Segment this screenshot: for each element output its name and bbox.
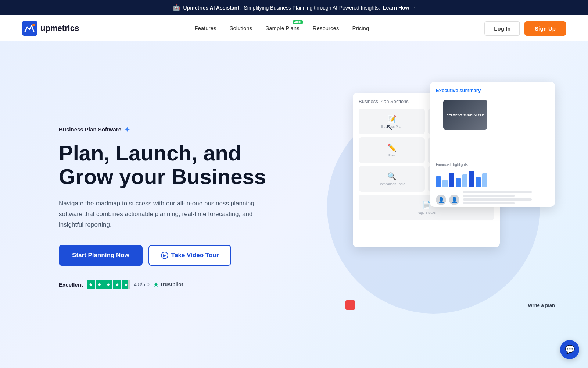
trustpilot-row: Excellent ★ ★ ★ ★ ★ 4.8/5.0 ★ Trustpilot [59,280,287,289]
text-lines-right [463,191,549,206]
grid-label-5: Comparison Table [379,182,405,186]
chat-icon: 💬 [565,345,575,354]
exec-summary-title: Executive summary [436,88,549,96]
grid-label-7: Page Breaks [417,211,436,215]
star-1: ★ [87,280,95,289]
nav-pricing[interactable]: Pricing [352,25,369,32]
logo-text: upmetrics [40,24,79,33]
signup-button[interactable]: Sign Up [524,21,566,36]
exec-summary-card: Executive summary REFRESH YOUR STYLE Fin… [430,82,555,207]
trust-score: 4.8/5.0 [134,282,150,287]
grid-item-5: 🔍 Comparison Table [359,166,425,192]
video-tour-button[interactable]: ▶ Take Video Tour [148,245,231,266]
right-line-3 [463,198,532,201]
bar-4 [456,178,461,187]
grid-icon-5: 🔍 [387,172,397,181]
write-plan-label: Write a plan [528,302,555,308]
hero-badge-text: Business Plan Software [59,126,121,132]
navbar-actions: Log In Sign Up [484,21,566,36]
bar-6 [469,171,474,187]
svg-point-1 [32,24,35,26]
trustpilot-logo: ★ Trustpilot [153,281,183,288]
learn-how-link[interactable]: Learn How → [383,5,416,11]
top-banner: 🤖 Upmetrics AI Assistant: Simplifying Bu… [0,0,588,15]
avatar-2: 👤 [449,195,459,205]
chat-bubble-button[interactable]: 💬 [560,340,579,359]
hero-buttons: Start Planning Now ▶ Take Video Tour [59,245,287,266]
grid-icon-3: ✏️ [387,143,397,152]
nav-sample-plans[interactable]: Sample Plans 400+ [265,25,300,32]
hero-illustration: Business Plan Sections 📝 Business Plan 📊… [301,74,566,339]
nav-features[interactable]: Features [194,25,216,32]
red-square-icon [345,300,355,310]
video-tour-label: Take Video Tour [171,252,219,259]
hero-badge: Business Plan Software ✦ [59,125,287,134]
logo-icon [22,21,37,36]
bar-2 [442,180,448,187]
navbar: upmetrics Features Solutions Sample Plan… [0,15,588,41]
bar-7 [476,177,481,187]
nav-resources[interactable]: Resources [313,25,339,32]
nav-solutions[interactable]: Solutions [229,25,252,32]
sample-plans-badge: 400+ [293,20,303,24]
bar-5 [462,174,467,187]
login-button[interactable]: Log In [484,21,520,36]
write-plan-bar: Write a plan [345,300,555,310]
right-line-2 [463,195,514,197]
bar-1 [436,176,441,187]
trustpilot-label: Trustpilot [160,282,183,287]
bar-chart [436,169,549,187]
cursor-icon: ↖ [386,122,393,132]
star-4: ★ [113,280,121,289]
sparkle-icon: ✦ [124,125,130,134]
avatars: 👤 👤 [436,195,459,205]
logo[interactable]: upmetrics [22,21,79,36]
hero-section: Business Plan Software ✦ Plan, Launch, a… [0,41,588,368]
bar-8 [482,173,487,187]
hero-content: Business Plan Software ✦ Plan, Launch, a… [59,125,287,289]
exec-image: REFRESH YOUR STYLE [443,100,487,130]
star-5: ★ [122,280,130,289]
hero-title: Plan, Launch, and Grow your Business [59,141,287,188]
grid-label-3: Plan [388,153,395,157]
bot-icon: 🤖 [172,4,180,12]
nav-menu: Features Solutions Sample Plans 400+ Res… [194,25,369,32]
start-planning-button[interactable]: Start Planning Now [59,245,143,266]
trust-excellent: Excellent [59,282,83,288]
grid-icon-7: 📄 [422,201,431,209]
star-3: ★ [104,280,112,289]
financial-section: Financial Highlights [436,163,549,187]
banner-message: Simplifying Business Planning through AI… [244,5,380,11]
financial-title: Financial Highlights [436,163,549,167]
banner-brand: Upmetrics AI Assistant: [183,5,241,11]
grid-item-3: ✏️ Plan [359,137,425,163]
star-2: ★ [96,280,104,289]
right-line-4 [463,202,514,204]
hero-subtitle: Navigate the roadmap to success with our… [59,198,257,230]
right-line-1 [463,191,532,193]
star-rating: ★ ★ ★ ★ ★ [87,280,130,289]
play-icon: ▶ [161,252,168,259]
dashed-line [359,305,524,305]
avatar-1: 👤 [436,195,446,205]
trustpilot-star-icon: ★ [153,281,158,288]
bar-3 [449,173,454,187]
